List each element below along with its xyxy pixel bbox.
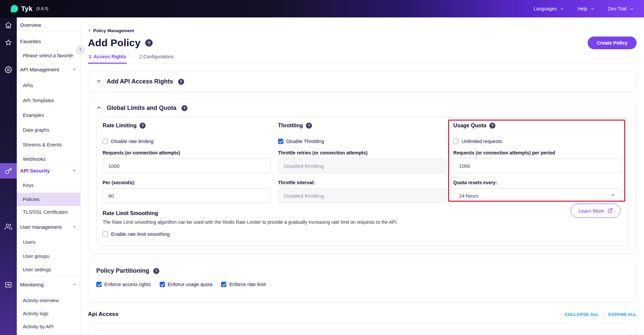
enforce-usage-quota-checkbox[interactable] [160,282,165,287]
requests-label: Requests (or connection attempts) [103,150,271,155]
sidebar-item-apis[interactable]: APIs [17,80,80,91]
sidebar-divider [17,219,80,219]
rate-limiting-column: Rate Limiting ? Disable rate limiting Re… [103,117,271,203]
api-access-card [88,323,637,335]
disable-rate-limiting-checkbox[interactable] [103,139,108,144]
policy-partitioning-header: Policy Partitioning ? [96,267,628,274]
sidebar-item-favorites[interactable]: Favorites [17,36,80,47]
chevron-up-icon [72,64,76,75]
favorites-empty-note: Please select a favorite [17,50,80,61]
sidebar-item-user-groups[interactable]: User groups [17,251,80,262]
gear-icon[interactable] [5,66,12,73]
sidebar-item-tls-ssl-certificates[interactable]: TLS/SSL Certificates [17,206,80,218]
disable-throttling-checkbox[interactable] [278,139,283,144]
unlimited-requests-checkbox[interactable] [453,139,459,144]
usage-quota-column: Usage Quota ? Unlimited requests Request… [453,117,621,203]
sidebar-item-streams-events[interactable]: Streams & Events [17,139,80,150]
throttle-retries-label: Throttle retries (or connection attempts… [278,150,446,155]
key-icon[interactable] [5,167,12,175]
add-api-access-rights-header[interactable]: Add API Access Rights ? [96,78,628,85]
api-access-title: Api Access [88,311,118,318]
page-title: Add Policy [88,37,141,49]
home-icon[interactable] [5,21,12,29]
icon-rail [0,17,17,335]
help-icon[interactable]: ? [178,79,184,85]
help-icon[interactable]: ? [153,268,159,274]
usage-quota-title: Usage Quota [453,123,486,129]
link-separator: | [603,312,604,317]
sidebar-item-policies[interactable]: Policies [17,193,80,206]
quota-resets-select[interactable]: 24 hours [453,188,621,203]
star-icon[interactable] [5,39,12,46]
sidebar-section-monitoring[interactable]: Monitoring [17,279,80,290]
rate-limit-smoothing-description: The Rate Limit smoothing algorithm can b… [103,219,621,225]
chevron-left-icon [78,47,83,53]
tyk-logo[interactable]: Tyk (5.8.0) [11,5,48,13]
help-icon[interactable]: ? [140,123,146,129]
enforce-access-rights-checkbox[interactable] [96,282,102,287]
sidebar-collapse-button[interactable] [76,46,85,54]
tab-access-rights[interactable]: 1. Access Rights [88,54,127,64]
chevron-left-icon [88,28,91,33]
requests-input[interactable] [103,158,271,173]
sidebar-item-examples[interactable]: Examples [17,110,80,121]
add-api-access-rights-card: Add API Access Rights ? [88,71,637,92]
top-menu: Languages Help Dev Trial [534,6,634,11]
users-icon[interactable] [5,223,12,230]
limits-box: Rate Limiting ? Disable rate limiting Re… [96,117,628,246]
policy-partitioning-card: Policy Partitioning ? Enforce access rig… [88,260,637,303]
help-icon[interactable]: ? [489,123,495,129]
sidebar-item-user-settings[interactable]: User settings [17,264,80,275]
menu-dev-trial[interactable]: Dev Trial [608,6,634,11]
create-policy-button[interactable]: Create Policy [588,37,637,49]
monitor-icon[interactable] [5,281,12,288]
help-icon[interactable]: ? [306,123,312,129]
chevron-up-icon [96,105,102,112]
throttling-column: Throttling ? Disable Throttling Throttle… [278,117,446,203]
version-label: (5.8.0) [36,6,48,11]
global-limits-header[interactable]: Global Limits and Quota ? [96,105,628,112]
sidebar-item-api-templates[interactable]: API Templates [17,95,80,106]
tab-bar: 1. Access Rights 2.Configurations [88,54,637,64]
breadcrumb[interactable]: Policy Management [88,28,637,33]
chevron-down-icon [96,78,102,85]
throttle-interval-input [278,188,446,203]
menu-help[interactable]: Help [578,6,595,11]
tab-configurations[interactable]: 2.Configurations [139,54,174,63]
tyk-logo-text: Tyk [21,5,33,13]
sidebar-item-overview[interactable]: Overview [17,19,80,31]
enable-rate-limit-smoothing-checkbox[interactable] [103,231,108,237]
sidebar-item-webhooks[interactable]: Webhooks [17,153,80,165]
sidebar-section-user-management[interactable]: User management [17,221,80,233]
per-seconds-input[interactable] [103,188,271,203]
top-bar: Tyk (5.8.0) Languages Help Dev Trial [0,0,644,17]
throttle-retries-input [278,158,446,173]
throttling-title: Throttling [278,123,303,129]
help-icon[interactable]: ? [181,105,187,111]
learn-more-button[interactable]: Learn More [571,204,621,218]
chevron-down-icon [590,7,595,11]
chevron-up-icon [72,221,76,233]
collapse-all-link[interactable]: COLLAPSE ALL [565,312,599,317]
sidebar-item-data-graphs[interactable]: Data graphs [17,124,80,136]
sidebar-item-keys[interactable]: Keys [17,180,80,191]
global-limits-card: Global Limits and Quota ? Rate Limiting … [88,99,637,254]
sidebar-item-users[interactable]: Users [17,237,80,248]
requests-per-period-label: Requests (or connection attempts) per pe… [453,150,621,155]
sidebar-item-activity-overview[interactable]: Activity overview [17,295,80,306]
sidebar-section-api-security[interactable]: API Security [17,165,80,177]
help-icon[interactable]: ? [145,39,153,47]
quota-resets-label: Quota resets every: [453,180,621,185]
requests-per-period-input[interactable] [453,158,621,173]
sidebar-item-activity-logs[interactable]: Activity logs [17,308,80,319]
chevron-down-icon [630,7,634,11]
chevron-up-icon [72,165,76,177]
sidebar-item-activity-by-api[interactable]: Activity by API [17,321,80,332]
enforce-rate-limit-checkbox[interactable] [221,282,226,287]
expand-all-link[interactable]: EXPAND ALL [608,312,637,317]
chevron-down-icon [610,193,615,199]
rate-limit-smoothing-title: Rate Limit Smoothing [103,210,621,216]
menu-languages[interactable]: Languages [534,6,564,11]
sidebar-section-api-management[interactable]: API Management [17,64,80,75]
sidebar-divider [17,31,80,31]
